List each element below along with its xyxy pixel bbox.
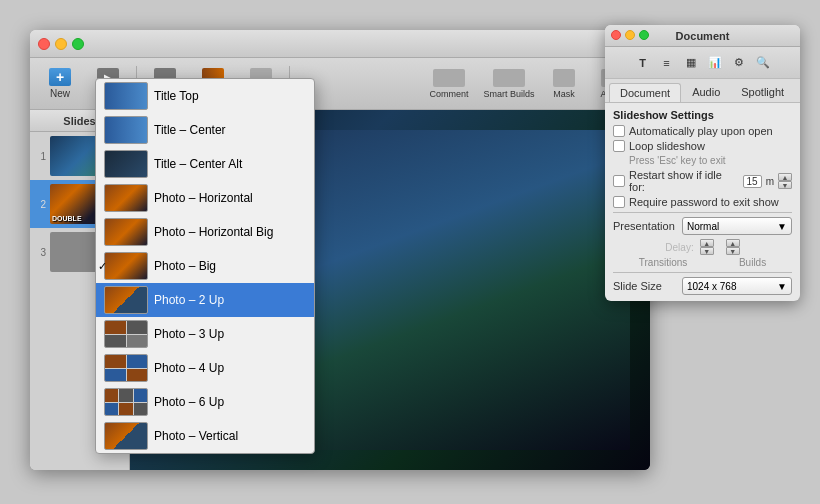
mask-button[interactable]: Mask (542, 63, 586, 105)
menu-thumb-title-center (104, 116, 148, 144)
presentation-row: Presentation Normal ▼ (613, 217, 792, 235)
menu-thumb-photo-2up (104, 286, 148, 314)
menu-thumb-photo-vertical (104, 422, 148, 450)
traffic-lights (38, 38, 84, 50)
delay-labels: Transitions Builds (613, 257, 792, 268)
restart-checkbox[interactable] (613, 175, 625, 187)
delay-builds-up[interactable]: ▲ (726, 239, 740, 247)
doc-tool-text[interactable]: T (632, 52, 654, 74)
new-button[interactable]: + New (38, 63, 82, 105)
document-panel: Document T ≡ ▦ 📊 ⚙ 🔍 Document Audio Spot… (605, 25, 800, 301)
slide-size-select[interactable]: 1024 x 768 ▼ (682, 277, 792, 295)
menu-item-photo-horizontal[interactable]: Photo – Horizontal (96, 181, 314, 215)
idle-step-up[interactable]: ▲ (778, 173, 792, 181)
menu-item-photo-2up[interactable]: Photo – 2 Up (96, 283, 314, 317)
menu-item-photo-3up[interactable]: Photo – 3 Up (96, 317, 314, 351)
doc-body: Slideshow Settings Automatically play up… (605, 103, 800, 301)
idle-stepper[interactable]: ▲ ▼ (778, 173, 792, 189)
restart-show-row: Restart show if idle for: 15 m ▲ ▼ (613, 169, 792, 193)
menu-thumb-photo-4up (104, 354, 148, 382)
tab-spotlight[interactable]: Spotlight (731, 83, 794, 102)
idle-time-value[interactable]: 15 (743, 175, 762, 188)
menu-thumb-photo-3up (104, 320, 148, 348)
auto-play-checkbox[interactable] (613, 125, 625, 137)
doc-titlebar: Document (605, 25, 800, 47)
presentation-select[interactable]: Normal ▼ (682, 217, 792, 235)
menu-thumb-title-top (104, 82, 148, 110)
menu-thumb-photo-6up (104, 388, 148, 416)
esc-hint: Press 'Esc' key to exit (629, 155, 792, 166)
comment-button[interactable]: Comment (422, 63, 476, 105)
menu-item-title-center[interactable]: Title – Center (96, 113, 314, 147)
menu-item-title-center-alt[interactable]: Title – Center Alt (96, 147, 314, 181)
delay-builds-stepper[interactable]: ▲ ▼ (726, 239, 740, 255)
menu-checkmark: ✓ (98, 260, 107, 273)
doc-tool-table[interactable]: ▦ (680, 52, 702, 74)
menu-item-photo-4up[interactable]: Photo – 4 Up (96, 351, 314, 385)
slideshow-settings-title: Slideshow Settings (613, 109, 792, 121)
titlebar (30, 30, 650, 58)
menu-item-photo-6up[interactable]: Photo – 6 Up (96, 385, 314, 419)
menu-thumb-photo-horizontal (104, 184, 148, 212)
doc-toolbar: T ≡ ▦ 📊 ⚙ 🔍 (605, 47, 800, 79)
slide-size-row: Slide Size 1024 x 768 ▼ (613, 277, 792, 295)
doc-close-button[interactable] (611, 30, 621, 40)
menu-thumb-photo-big (104, 252, 148, 280)
password-row: Require password to exit show (613, 196, 792, 208)
delay-transitions-stepper[interactable]: ▲ ▼ (700, 239, 714, 255)
menu-thumb-title-center-alt (104, 150, 148, 178)
delay-builds-down[interactable]: ▼ (726, 247, 740, 255)
doc-tool-chart[interactable]: 📊 (704, 52, 726, 74)
doc-minimize-button[interactable] (625, 30, 635, 40)
doc-tool-search[interactable]: 🔍 (752, 52, 774, 74)
divider-2 (613, 272, 792, 273)
loop-slideshow-row: Loop slideshow (613, 140, 792, 152)
theme-dropdown-menu: Title Top Title – Center Title – Center … (95, 78, 315, 454)
maximize-button[interactable] (72, 38, 84, 50)
menu-item-photo-horizontal-big[interactable]: Photo – Horizontal Big (96, 215, 314, 249)
delay-row: Delay: ▲ ▼ ▲ ▼ (613, 239, 792, 255)
close-button[interactable] (38, 38, 50, 50)
doc-maximize-button[interactable] (639, 30, 649, 40)
tab-document[interactable]: Document (609, 83, 681, 102)
menu-item-photo-big[interactable]: ✓ Photo – Big (96, 249, 314, 283)
tab-audio[interactable]: Audio (682, 83, 730, 102)
menu-item-title-top[interactable]: Title Top (96, 79, 314, 113)
delay-trans-up[interactable]: ▲ (700, 239, 714, 247)
menu-item-photo-vertical[interactable]: Photo – Vertical (96, 419, 314, 453)
idle-step-down[interactable]: ▼ (778, 181, 792, 189)
smart-builds-button[interactable]: Smart Builds (480, 63, 538, 105)
doc-tool-settings[interactable]: ⚙ (728, 52, 750, 74)
delay-trans-down[interactable]: ▼ (700, 247, 714, 255)
loop-checkbox[interactable] (613, 140, 625, 152)
doc-tabs: Document Audio Spotlight (605, 79, 800, 103)
password-checkbox[interactable] (613, 196, 625, 208)
divider-1 (613, 212, 792, 213)
minimize-button[interactable] (55, 38, 67, 50)
auto-play-row: Automatically play upon open (613, 125, 792, 137)
doc-tool-list[interactable]: ≡ (656, 52, 678, 74)
doc-traffic-lights (611, 30, 649, 40)
menu-thumb-photo-horizontal-big (104, 218, 148, 246)
